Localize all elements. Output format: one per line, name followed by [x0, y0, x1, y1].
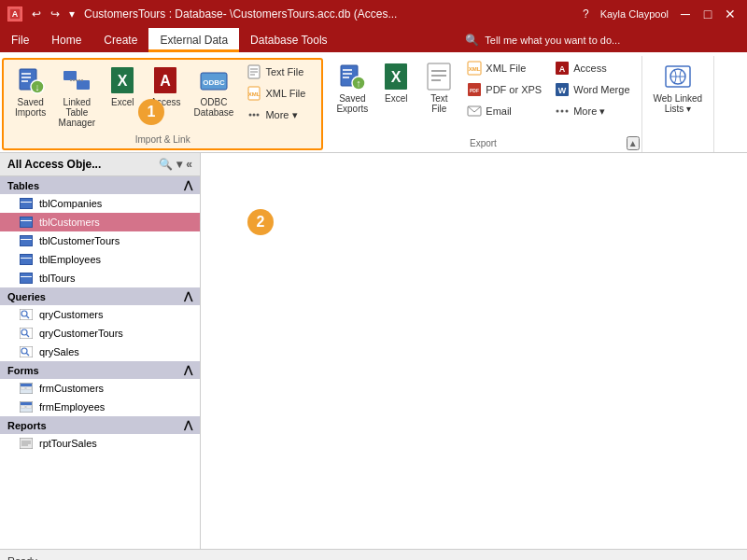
nav-item-frmemployees[interactable]: frmEmployees [0, 398, 200, 416]
tables-section-header[interactable]: Tables ⋀ [0, 176, 200, 194]
linked-table-label: Linked Table Manager [59, 97, 95, 128]
forms-collapse-icon: ⋀ [184, 364, 192, 376]
svg-point-23 [249, 114, 252, 117]
form-icon-frmemployees [19, 400, 34, 413]
access-export-button[interactable]: A Access [549, 58, 635, 78]
svg-rect-27 [343, 69, 352, 71]
menu-file[interactable]: File [0, 28, 40, 52]
query-icon-qrycustomers [19, 308, 34, 321]
queries-section-header[interactable]: Queries ⋀ [0, 287, 200, 305]
nav-search-icon[interactable]: 🔍 [159, 158, 173, 171]
excel-import-icon: X [107, 65, 137, 95]
table-icon-tbltours [19, 272, 34, 285]
web-linked-label: Web Linked Lists ▾ [654, 93, 703, 114]
more-import-button[interactable]: More ▾ [241, 105, 316, 125]
nav-item-qrycustomertours[interactable]: qryCustomerTours [0, 324, 200, 343]
xml-file-export-button[interactable]: XML XML File [461, 58, 547, 78]
nav-item-tblemployees[interactable]: tblEmployees [0, 250, 200, 269]
nav-menu-icon[interactable]: ▾ [176, 158, 182, 171]
svg-rect-63 [21, 384, 32, 386]
web-linked-lists-button[interactable]: Web Linked Lists ▾ [648, 58, 709, 118]
maximize-button[interactable]: □ [698, 5, 717, 23]
menu-external-data[interactable]: External Data [148, 28, 239, 52]
tables-collapse-icon: ⋀ [184, 179, 192, 191]
word-merge-button[interactable]: W Word Merge [549, 79, 635, 100]
linked-table-manager-button[interactable]: Linked Table Manager [53, 62, 100, 132]
nav-item-tblcustomertours[interactable]: tblCustomerTours [0, 231, 200, 250]
report-icon-rpttoursales [19, 437, 34, 450]
nav-item-frmcustomers[interactable]: frmCustomers [0, 379, 200, 398]
main-area: All Access Obje... 🔍 ▾ « Tables ⋀ tblCom… [0, 153, 747, 549]
nav-item-qrycustomers[interactable]: qryCustomers [0, 305, 200, 324]
more-export-icon [555, 104, 570, 119]
more-import-label: More ▾ [265, 109, 297, 121]
queries-collapse-icon: ⋀ [184, 290, 192, 302]
svg-rect-9 [77, 80, 90, 90]
xml-file-icon: XML [247, 86, 261, 101]
excel-export-button[interactable]: X Excel [375, 58, 416, 107]
svg-rect-4 [21, 77, 31, 78]
import-buttons: ↓ Saved Imports Linked Table Manager [9, 62, 316, 132]
title-bar: A ↩ ↪ ▾ CustomersTours : Database- \Cust… [0, 0, 747, 28]
svg-rect-65 [26, 387, 32, 389]
svg-point-47 [557, 110, 559, 113]
saved-imports-button[interactable]: ↓ Saved Imports [9, 62, 51, 121]
customize-qat-button[interactable]: ▾ [65, 6, 78, 22]
nav-item-tbltours[interactable]: tblTours [0, 269, 200, 287]
svg-rect-64 [21, 387, 25, 389]
excel-export-icon: X [381, 62, 411, 91]
menu-database-tools[interactable]: Database Tools [239, 28, 339, 52]
text-file-import-button[interactable]: Text File [241, 62, 316, 82]
table-icon-tblcustomertours [19, 234, 34, 247]
menu-create[interactable]: Create [92, 28, 148, 52]
more-export-label: More ▾ [573, 105, 605, 118]
nav-item-tblcompanies[interactable]: tblCompanies [0, 194, 200, 213]
forms-label: Forms [7, 365, 39, 376]
odbc-label: ODBC Database [194, 97, 234, 118]
xml-export-label: XML File [486, 63, 526, 74]
linked-table-icon [62, 65, 92, 95]
email-button[interactable]: Email [461, 101, 547, 121]
content-area: 2 [201, 153, 747, 549]
menu-home[interactable]: Home [40, 28, 92, 52]
text-export-label: Text File [430, 93, 447, 114]
tell-me-label: Tell me what you want to do... [485, 35, 620, 46]
menu-bar: File Home Create External Data Database … [0, 28, 747, 52]
undo-redo-group: ↩ ↪ ▾ [28, 6, 78, 22]
undo-button[interactable]: ↩ [28, 6, 45, 22]
minimize-button[interactable]: ─ [676, 5, 695, 23]
nav-item-rpttoursales[interactable]: rptTourSales [0, 434, 200, 453]
help-button[interactable]: ? [579, 6, 593, 22]
xml-export-icon: XML [467, 61, 482, 76]
more-export-button[interactable]: More ▾ [549, 101, 635, 121]
pdf-xps-button[interactable]: PDF PDF or XPS [461, 79, 547, 100]
redo-button[interactable]: ↪ [47, 6, 63, 22]
import-small-buttons: Text File XML XML File [241, 62, 316, 125]
title-bar-right: ? Kayla Claypool ─ □ ✕ [579, 5, 740, 23]
excel-import-button[interactable]: X Excel [102, 62, 143, 111]
close-button[interactable]: ✕ [721, 5, 740, 23]
status-text: Ready [7, 555, 37, 561]
nav-item-tblcustomers[interactable]: tblCustomers [0, 213, 200, 231]
svg-rect-5 [21, 80, 28, 82]
svg-rect-34 [428, 63, 450, 90]
svg-text:PDF: PDF [470, 88, 479, 93]
nav-collapse-icon[interactable]: « [186, 158, 192, 171]
ribbon: 1 ↓ Saved Imports [0, 52, 747, 153]
xml-file-import-button[interactable]: XML XML File [241, 83, 316, 104]
nav-item-qrysales[interactable]: qrySales [0, 343, 200, 361]
status-bar: Ready [0, 549, 747, 560]
more-import-icon [247, 107, 261, 122]
collapse-export-button[interactable]: ▲ [627, 136, 640, 150]
reports-section-header[interactable]: Reports ⋀ [0, 416, 200, 434]
nav-header: All Access Obje... 🔍 ▾ « [0, 153, 200, 176]
saved-exports-button[interactable]: ↑ Saved Exports [331, 58, 374, 118]
xml-file-label: XML File [265, 88, 305, 99]
svg-rect-69 [26, 406, 32, 408]
tell-me-bar[interactable]: 🔍 Tell me what you want to do... [465, 34, 620, 47]
odbc-import-button[interactable]: ODBC ODBC Database [189, 62, 240, 121]
export-buttons: ↑ Saved Exports X Excel [331, 58, 635, 121]
odbc-icon: ODBC [199, 65, 229, 95]
text-export-button[interactable]: Text File [418, 58, 459, 118]
forms-section-header[interactable]: Forms ⋀ [0, 361, 200, 379]
